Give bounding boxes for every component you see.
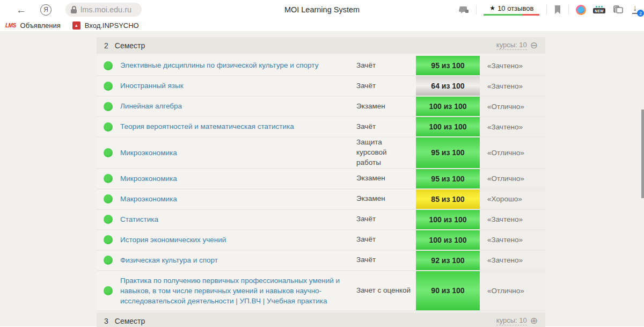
divider (568, 5, 569, 14)
score-badge: 100 из 100 (416, 230, 480, 250)
score-badge: 100 из 100 (416, 97, 480, 116)
exam-type: Экзамен (356, 101, 416, 112)
exam-type: Экзамен (356, 194, 416, 204)
address-bar[interactable]: lms.moi.edu.ru (65, 3, 142, 17)
courses-count-link[interactable]: курсы: 10 (496, 316, 527, 325)
exam-type: Зачёт (356, 235, 416, 245)
downloads-icon[interactable]: ↓ 2 (631, 4, 642, 16)
bookmark-lms-announcements[interactable]: LMS Объявления (5, 21, 61, 30)
course-row: История экономических учений Зачёт 100 и… (97, 230, 545, 251)
grade-text: «Зачтено» (480, 230, 545, 250)
grade-text: «Зачтено» (480, 117, 545, 136)
divider (546, 5, 547, 14)
status-dot-icon (104, 148, 113, 157)
course-link[interactable]: Линейная алгебра (120, 102, 182, 110)
exam-type: Зачёт (356, 255, 416, 265)
lms-page: 2 Семестр курсы: 10 ⊖ Элективные дисципл… (0, 32, 644, 326)
score-badge: 90 из 100 (416, 271, 480, 310)
course-link[interactable]: Микроэкономика (120, 175, 177, 183)
course-link[interactable]: Теория вероятностей и математическая ста… (120, 122, 294, 130)
course-row: Макроэкономика Экзамен 85 из 100 «Хорошо… (97, 190, 545, 210)
grade-text: «Хорошо» (480, 190, 545, 209)
collections-icon[interactable] (612, 5, 624, 14)
semester-rows: Элективные дисциплины по физической куль… (97, 56, 545, 311)
course-row: Элективные дисциплины по физической куль… (97, 56, 545, 76)
grade-text: «Отлично» (480, 169, 545, 188)
site-rating[interactable]: ★ 10 отзывов (484, 4, 539, 16)
status-dot-icon (104, 102, 113, 111)
grade-text: «Отлично» (480, 271, 545, 310)
bookmark-inpsycho[interactable]: ▲ Вход.INPSYCHO (72, 21, 139, 30)
grade-text: «Отлично» (480, 137, 545, 168)
score-badge: 92 из 100 (416, 251, 480, 270)
grade-text: «Зачтено» (480, 76, 545, 96)
exam-type: Зачёт (356, 214, 416, 224)
exam-type: Зачёт (356, 61, 416, 71)
grade-text: «Отлично» (480, 97, 545, 116)
divider (476, 5, 477, 14)
browser-toolbar: ← Я ↻ lms.moi.edu.ru MOI Learning System… (0, 0, 644, 19)
lms-logo-icon: LMS (5, 23, 16, 28)
score-badge: 85 из 100 (416, 190, 480, 209)
rating-bar (484, 14, 539, 16)
course-row: Микроэкономика Защита курсовой работы 95… (97, 137, 545, 169)
status-dot-icon (104, 235, 113, 244)
reviews-label: 10 отзывов (497, 4, 533, 12)
yandex-home-icon[interactable]: Я (40, 4, 52, 16)
semester-board: 2 Семестр курсы: 10 ⊖ Элективные дисципл… (97, 37, 545, 327)
course-link[interactable]: Статистика (120, 215, 158, 223)
course-row: Практика по получению первичных професси… (97, 271, 545, 311)
status-dot-icon (104, 286, 113, 295)
course-link[interactable]: Иностранный язык (120, 82, 184, 90)
inpsycho-crest-icon: ▲ (72, 21, 80, 30)
course-row: Линейная алгебра Экзамен 100 из 100 «Отл… (97, 97, 545, 117)
exam-type: Зачёт (356, 81, 416, 91)
new-extension-icon[interactable]: NEW (593, 6, 605, 13)
exam-type: Экзамен (356, 173, 416, 184)
score-badge: 64 из 100 (416, 76, 480, 96)
course-row: Статистика Зачёт 100 из 100 «Зачтено» (97, 210, 545, 230)
course-row: Физическая культура и спорт Зачёт 92 из … (97, 251, 545, 271)
downloads-badge: 2 (637, 10, 644, 17)
score-badge: 100 из 100 (416, 117, 480, 136)
status-dot-icon (104, 194, 113, 204)
back-icon[interactable]: ← (16, 5, 26, 15)
grade-text: «Зачтено» (480, 56, 545, 75)
score-badge: 95 из 100 (416, 137, 480, 168)
semester-2-header: 2 Семестр курсы: 10 ⊖ (97, 37, 545, 54)
semester-3-header: 3 Семестр курсы: 10 ⊕ (97, 313, 545, 327)
course-link[interactable]: История экономических учений (120, 236, 226, 244)
status-dot-icon (104, 61, 113, 70)
status-dot-icon (104, 256, 113, 265)
course-link[interactable]: Практика по получению первичных професси… (120, 277, 340, 305)
course-row: Микроэкономика Экзамен 95 из 100 «Отличн… (97, 169, 545, 190)
course-row: Иностранный язык Зачёт 64 из 100 «Зачтен… (97, 76, 545, 97)
exam-type: Зачет с оценкой (356, 286, 416, 296)
lock-icon (71, 6, 77, 13)
status-dot-icon (104, 174, 113, 183)
course-row: Теория вероятностей и математическая ста… (97, 117, 545, 137)
bookmark-icon[interactable] (554, 5, 561, 14)
star-icon: ★ (489, 4, 495, 12)
status-dot-icon (104, 122, 113, 132)
exam-type: Защита курсовой работы (356, 137, 416, 168)
score-badge: 100 из 100 (416, 210, 480, 229)
scrollbar-thumb[interactable] (641, 110, 644, 198)
course-link[interactable]: Микроэкономика (120, 149, 177, 157)
browser-extension-icon[interactable] (576, 5, 586, 15)
status-dot-icon (104, 82, 113, 91)
bookmarks-bar: LMS Объявления ▲ Вход.INPSYCHO (0, 19, 644, 32)
course-link[interactable]: Физическая культура и спорт (120, 256, 218, 264)
grade-text: «Зачтено» (480, 210, 545, 229)
expand-icon[interactable]: ⊕ (530, 316, 538, 325)
score-badge: 95 из 100 (416, 56, 480, 75)
course-link[interactable]: Элективные дисциплины по физической куль… (120, 61, 318, 69)
course-link[interactable]: Макроэкономика (120, 195, 177, 203)
score-badge: 95 из 100 (416, 169, 480, 188)
exam-type: Зачёт (356, 122, 416, 132)
chat-icon[interactable] (458, 5, 469, 14)
url-text: lms.moi.edu.ru (80, 5, 131, 14)
courses-count-link[interactable]: курсы: 10 (496, 41, 527, 50)
collapse-icon[interactable]: ⊖ (530, 41, 538, 50)
status-dot-icon (104, 215, 113, 224)
